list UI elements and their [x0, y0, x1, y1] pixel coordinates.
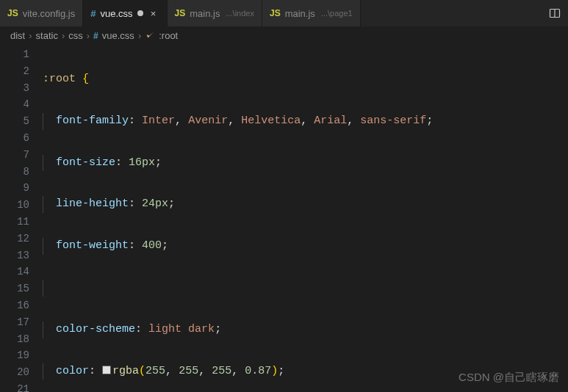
- selector-icon: [145, 29, 155, 42]
- line-number: 9: [0, 180, 29, 197]
- line-number: 4: [0, 96, 29, 113]
- chevron-right-icon: ›: [87, 30, 90, 41]
- line-number: 20: [0, 364, 29, 381]
- tab-main-index[interactable]: JS main.js ...\index: [168, 0, 262, 26]
- js-icon: JS: [7, 8, 18, 18]
- modified-indicator-icon: [137, 10, 143, 16]
- tab-label: vue.css: [100, 8, 132, 19]
- tab-bar: JS vite.config.js # vue.css × JS main.js…: [0, 0, 568, 26]
- line-number: 8: [0, 164, 29, 181]
- line-number: 16: [0, 297, 29, 314]
- line-number: 19: [0, 347, 29, 364]
- line-number: 17: [0, 314, 29, 331]
- breadcrumb-part[interactable]: vue.css: [102, 30, 134, 41]
- chevron-right-icon: ›: [62, 30, 65, 41]
- color-swatch-icon: [102, 366, 111, 374]
- tab-label: main.js: [190, 8, 220, 19]
- line-number: 15: [0, 280, 29, 297]
- breadcrumb-part[interactable]: static: [36, 30, 58, 41]
- line-number: 3: [0, 80, 29, 97]
- tab-sublabel: ...\index: [226, 9, 254, 18]
- breadcrumb-part[interactable]: css: [68, 30, 83, 41]
- code-editor[interactable]: 1 2 3 4 5 6 7 8 9 10 11 12 13 14 15 16 1…: [0, 45, 568, 392]
- css-icon: #: [93, 31, 98, 41]
- tab-vue-css[interactable]: # vue.css ×: [83, 0, 167, 26]
- css-icon: #: [90, 8, 96, 19]
- chevron-right-icon: ›: [29, 30, 32, 41]
- line-number: 6: [0, 130, 29, 147]
- breadcrumb-part[interactable]: :root: [159, 30, 178, 41]
- close-icon[interactable]: ×: [148, 8, 159, 19]
- tab-vite-config[interactable]: JS vite.config.js: [0, 0, 83, 26]
- js-icon: JS: [175, 8, 186, 18]
- line-number: 10: [0, 197, 29, 214]
- tab-label: vite.config.js: [23, 8, 76, 19]
- line-number: 21: [0, 381, 29, 392]
- code-content[interactable]: :root { font-family: Inter, Avenir, Helv…: [43, 45, 568, 392]
- split-editor-icon[interactable]: [542, 0, 568, 26]
- chevron-right-icon: ›: [138, 30, 141, 41]
- tab-sublabel: ...\page1: [321, 9, 353, 18]
- line-number: 2: [0, 63, 29, 80]
- line-number: 1: [0, 46, 29, 63]
- tab-main-page1[interactable]: JS main.js ...\page1: [262, 0, 361, 26]
- line-number: 14: [0, 264, 29, 280]
- line-number: 12: [0, 231, 29, 247]
- js-icon: JS: [270, 8, 281, 18]
- breadcrumb[interactable]: dist › static › css › # vue.css › :root: [0, 26, 568, 45]
- line-number: 5: [0, 113, 29, 130]
- tabs-spacer: [361, 0, 542, 26]
- line-number: 18: [0, 331, 29, 348]
- line-number: 13: [0, 247, 29, 264]
- line-number: 7: [0, 147, 29, 164]
- line-number: 11: [0, 214, 29, 231]
- tab-label: main.js: [285, 8, 315, 19]
- breadcrumb-part[interactable]: dist: [10, 30, 25, 41]
- line-gutter: 1 2 3 4 5 6 7 8 9 10 11 12 13 14 15 16 1…: [0, 45, 43, 392]
